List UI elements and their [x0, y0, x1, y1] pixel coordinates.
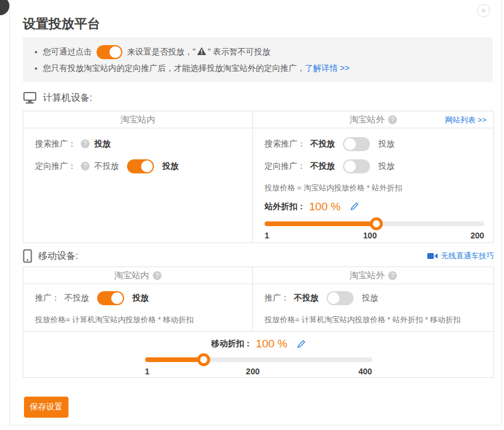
- mobile-discount-line: 移动折扣： 100 %: [23, 336, 493, 351]
- notice1-suffix: " 表示暂不可投放: [208, 47, 270, 57]
- offsite-search-row: 搜索推广： 不投放 投放: [265, 137, 484, 151]
- notice-line-1: • 您可通过点击 来设置是否投放，" " 表示暂不可投放: [31, 43, 484, 61]
- mobile-onsite-promo-row: 推广： 不投放 投放: [35, 291, 243, 305]
- toggle-knob: [328, 292, 340, 304]
- sample-toggle[interactable]: [97, 45, 122, 59]
- toggle-knob: [109, 46, 121, 58]
- computer-offsite-target-toggle[interactable]: [343, 159, 370, 173]
- toggle-knob: [344, 138, 356, 150]
- header-label: 淘宝站内: [121, 114, 156, 125]
- onsite-target-row: 定向推广： ? 不投放 投放: [35, 159, 243, 173]
- scale-max: 400: [358, 367, 372, 376]
- slider-fill: [145, 357, 204, 362]
- search-promo-value: 投放: [94, 139, 111, 149]
- scale-min: 1: [265, 231, 269, 240]
- notice-box: • 您可通过点击 来设置是否投放，" " 表示暂不可投放 • 您只有投放淘宝站内…: [23, 37, 493, 82]
- notice-line-2: • 您只有投放淘宝站内的定向推广后，才能选择投放淘宝站外的定向推广， 了解详情 …: [31, 61, 484, 76]
- set-platform-dialog: 设置投放平台 × • 您可通过点击 来设置是否投放，" " 表示暂不可投放 • …: [9, 0, 502, 425]
- help-icon[interactable]: ?: [81, 162, 90, 170]
- mobile-discount-value: 100 %: [256, 337, 287, 350]
- mobile-section-heading: 移动设备: 无线直通车技巧: [23, 249, 494, 263]
- target-promo-label: 定向推广：: [35, 161, 76, 172]
- slider-track[interactable]: [145, 357, 372, 362]
- offsite-discount-line: 站外折扣： 100 %: [265, 199, 484, 214]
- computer-heading-label: 计算机设备:: [43, 92, 92, 104]
- computer-icon: [23, 91, 37, 104]
- target-promo-label: 定向推广：: [265, 161, 306, 172]
- slider-scale: 1 200 400: [145, 367, 372, 378]
- computer-offsite-header: 淘宝站外 ? 网站列表 >>: [253, 111, 493, 128]
- page-title: 设置投放平台: [23, 15, 100, 33]
- mobile-table: 淘宝站内 ? 淘宝站外 ? 推广： 不投放 投放 投放价格= 计算机淘宝站内投放…: [23, 267, 494, 378]
- offsite-discount-slider: 1 100 200: [265, 221, 484, 243]
- target-off-label: 不投放: [310, 161, 335, 172]
- mobile-offsite-formula: 投放价格= 计算机淘宝站内投放价格 * 站外折扣 * 移动折扣: [265, 315, 484, 325]
- promo-label: 推广：: [265, 293, 289, 303]
- slider-scale: 1 100 200: [265, 231, 484, 243]
- warning-icon: [197, 47, 207, 57]
- mobile-onsite-cell: 推广： 不投放 投放 投放价格= 计算机淘宝站内投放价格 * 移动折扣: [23, 284, 253, 331]
- scale-max: 200: [471, 231, 484, 240]
- notice1-prefix: 您可通过点击: [43, 47, 92, 57]
- header-label: 淘宝站外: [349, 114, 385, 125]
- offsite-price-formula: 投放价格 = 淘宝站内投放价格 * 站外折扣: [265, 183, 484, 193]
- site-list-link[interactable]: 网站列表 >>: [445, 111, 486, 128]
- notice2-text: 您只有投放淘宝站内的定向推广后，才能选择投放淘宝站外的定向推广，: [43, 63, 305, 74]
- computer-onsite-cell: 搜索推广： ? 投放 定向推广： ? 不投放 投放: [23, 129, 253, 243]
- slider-track[interactable]: [265, 221, 484, 226]
- bullet-icon: •: [35, 64, 37, 73]
- bullet-icon: •: [35, 47, 37, 57]
- scale-mid: 100: [363, 231, 376, 240]
- toggle-knob: [141, 161, 153, 172]
- mobile-offsite-promo-row: 推广： 不投放 投放: [265, 291, 484, 305]
- promo-label: 推广：: [35, 293, 60, 303]
- mobile-discount-row: 移动折扣： 100 % 1 200 400: [23, 331, 493, 378]
- edit-pencil-icon[interactable]: [350, 202, 359, 211]
- mobile-onsite-promo-toggle[interactable]: [97, 291, 124, 305]
- search-on-label: 投放: [378, 139, 395, 149]
- notice1-middle: 来设置是否投放，": [127, 47, 196, 57]
- help-icon[interactable]: ?: [388, 115, 397, 124]
- slider-handle[interactable]: [370, 217, 383, 230]
- computer-section-heading: 计算机设备:: [23, 91, 92, 104]
- screen: 设置投放平台 × • 您可通过点击 来设置是否投放，" " 表示暂不可投放 • …: [0, 0, 504, 430]
- save-settings-button[interactable]: 保存设置: [24, 397, 68, 418]
- scale-mid: 200: [246, 367, 259, 376]
- scale-min: 1: [145, 367, 150, 376]
- mobile-icon: [23, 249, 32, 263]
- target-off-label: 不投放: [94, 161, 119, 172]
- computer-onsite-header: 淘宝站内: [23, 111, 253, 128]
- background-badge-icon: [0, 0, 9, 15]
- close-icon[interactable]: ×: [477, 4, 490, 17]
- video-camera-icon: [427, 252, 438, 260]
- mobile-offsite-header: 淘宝站外 ?: [253, 267, 493, 284]
- mobile-offsite-promo-toggle[interactable]: [327, 291, 354, 305]
- help-icon[interactable]: ?: [153, 271, 162, 280]
- search-off-label: 不投放: [310, 139, 335, 149]
- mobile-heading-label: 移动设备:: [38, 250, 78, 262]
- mobile-discount-slider: 1 200 400: [145, 357, 372, 378]
- computer-offsite-cell: 搜索推广： 不投放 投放 定向推广： 不投放 投放 投放价格 = 淘宝站内投放价…: [253, 129, 493, 243]
- learn-more-link[interactable]: 了解详情 >>: [305, 63, 349, 74]
- promo-off-label: 不投放: [64, 293, 89, 303]
- help-icon[interactable]: ?: [81, 139, 90, 148]
- computer-offsite-search-toggle[interactable]: [343, 137, 370, 151]
- slider-fill: [265, 221, 376, 226]
- mobile-onsite-formula: 投放价格= 计算机淘宝站内投放价格 * 移动折扣: [35, 315, 243, 325]
- edit-pencil-icon[interactable]: [297, 340, 306, 349]
- computer-table: 淘宝站内 淘宝站外 ? 网站列表 >> 搜索推广： ? 投放 定向推广： ? 不…: [23, 111, 494, 243]
- offsite-discount-value: 100 %: [309, 200, 341, 213]
- promo-off-label: 不投放: [294, 293, 318, 303]
- search-promo-label: 搜索推广：: [35, 139, 76, 149]
- toggle-knob: [111, 292, 123, 304]
- header-label: 淘宝站内: [114, 270, 149, 281]
- help-icon[interactable]: ?: [388, 271, 397, 280]
- onsite-search-row: 搜索推广： ? 投放: [35, 137, 243, 151]
- slider-handle[interactable]: [197, 353, 210, 366]
- offsite-target-row: 定向推广： 不投放 投放: [265, 159, 484, 173]
- mobile-discount-label: 移动折扣：: [211, 339, 252, 349]
- promo-on-label: 投放: [362, 293, 378, 303]
- promo-on-label: 投放: [132, 293, 149, 303]
- wireless-tips-link[interactable]: 无线直通车技巧: [427, 251, 494, 261]
- computer-onsite-target-toggle[interactable]: [127, 159, 154, 173]
